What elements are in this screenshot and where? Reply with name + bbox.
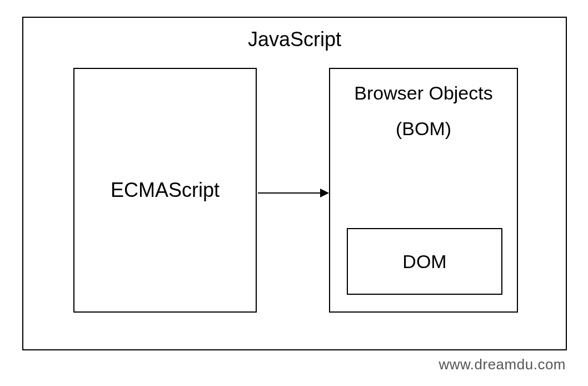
- javascript-container-box: JavaScript ECMAScript Browser Objects (B…: [22, 17, 567, 350]
- diagram-row: ECMAScript Browser Objects (BOM) DOM: [23, 57, 566, 329]
- browser-objects-title-line2: (BOM): [330, 118, 517, 140]
- ecmascript-box: ECMAScript: [73, 68, 257, 313]
- ecmascript-label: ECMAScript: [111, 179, 220, 202]
- arrow-right-icon: [258, 185, 329, 201]
- browser-objects-title-line1: Browser Objects: [330, 80, 517, 107]
- dom-box: DOM: [347, 228, 502, 295]
- svg-marker-1: [320, 189, 329, 197]
- footer-url: www.dreamdu.com: [438, 356, 566, 373]
- javascript-title: JavaScript: [23, 18, 566, 57]
- dom-label: DOM: [402, 251, 446, 273]
- browser-objects-box: Browser Objects (BOM) DOM: [329, 68, 518, 313]
